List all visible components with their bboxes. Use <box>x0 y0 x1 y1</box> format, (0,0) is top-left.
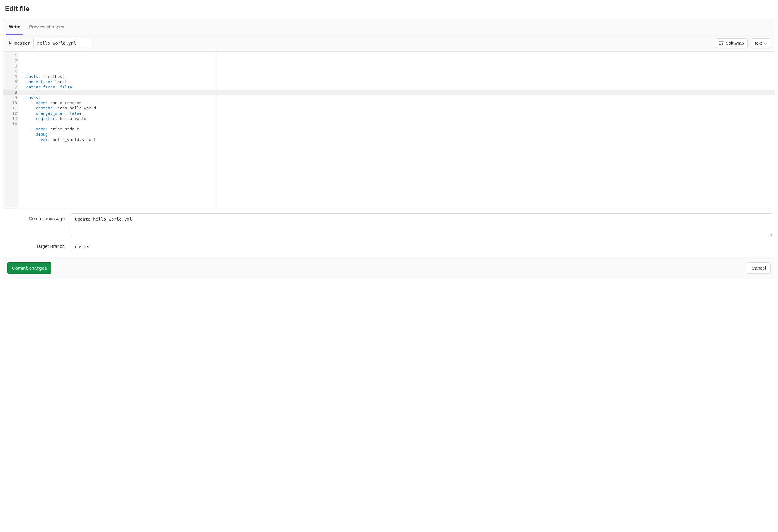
editor-toolbar: master Soft wrap text <box>3 35 775 52</box>
code-line[interactable]: debug: <box>21 132 775 137</box>
line-number: 10 <box>3 100 17 105</box>
code-line[interactable]: var: hello_world.stdout <box>21 137 775 142</box>
line-number: 13 <box>3 116 17 121</box>
branch-display: master <box>8 41 30 46</box>
line-number: 11 <box>3 105 17 111</box>
line-number: 3 <box>3 64 17 69</box>
filename-input[interactable] <box>33 38 92 49</box>
line-number: 6 <box>3 79 17 84</box>
line-number: 7 <box>3 84 17 90</box>
footer-actions: Commit changes Cancel <box>3 257 775 279</box>
resize-handle-icon[interactable] <box>768 232 772 235</box>
line-number: 14 <box>3 121 17 126</box>
chevron-down-icon <box>764 42 767 45</box>
editor-tabs: Write Preview changes <box>3 19 775 35</box>
commit-form: Commit message Target Branch <box>3 209 775 252</box>
line-number: 4 <box>3 69 17 74</box>
code-line[interactable]: changed_when: false <box>21 111 775 116</box>
line-number-gutter: 1234567891011121314 <box>3 52 19 209</box>
svg-point-0 <box>9 41 10 43</box>
code-content[interactable]: ---- hosts: localhost connection: local … <box>19 52 775 209</box>
cancel-button[interactable]: Cancel <box>747 262 771 274</box>
fold-indicator-icon[interactable] <box>15 117 18 119</box>
svg-point-2 <box>11 42 12 43</box>
line-number: 5 <box>3 74 17 79</box>
line-number: 2 <box>3 58 17 64</box>
target-branch-input[interactable] <box>71 241 772 252</box>
line-number: 1 <box>3 53 17 58</box>
fold-indicator-icon[interactable] <box>15 60 18 61</box>
editor-panel: Write Preview changes master Soft wrap <box>3 19 775 209</box>
line-number: 9 <box>3 95 17 100</box>
commit-message-label: Commit message <box>3 213 71 221</box>
code-editor[interactable]: 1234567891011121314 ---- hosts: localhos… <box>3 52 775 209</box>
code-line[interactable]: tasks: <box>21 95 775 100</box>
code-line[interactable]: gather_facts: false <box>21 84 775 90</box>
svg-point-1 <box>9 44 10 45</box>
code-line[interactable]: - name: run a command <box>21 100 775 105</box>
target-branch-label: Target Branch <box>3 241 71 249</box>
code-line[interactable]: command: echo hello world <box>21 105 775 111</box>
code-line[interactable]: - name: print stdout <box>21 126 775 132</box>
commit-message-extended[interactable] <box>265 213 772 236</box>
soft-wrap-label: Soft wrap <box>725 41 744 46</box>
code-line[interactable]: --- <box>21 69 775 74</box>
fold-indicator-icon[interactable] <box>15 86 18 87</box>
tab-preview-changes[interactable]: Preview changes <box>26 19 67 34</box>
branch-name: master <box>14 41 30 46</box>
code-line[interactable]: connection: local <box>21 79 775 84</box>
syntax-label: text <box>755 41 762 46</box>
code-line[interactable] <box>21 90 775 95</box>
code-line[interactable] <box>21 121 775 126</box>
wrap-icon <box>719 41 724 45</box>
syntax-dropdown[interactable]: text <box>751 38 771 48</box>
line-number: 8 <box>3 90 17 95</box>
commit-message-input[interactable] <box>71 213 265 236</box>
commit-changes-button[interactable]: Commit changes <box>7 262 52 274</box>
fold-indicator-icon[interactable] <box>15 80 18 82</box>
page-title: Edit file <box>3 5 775 13</box>
tab-write[interactable]: Write <box>6 19 23 34</box>
fold-indicator-icon[interactable] <box>15 112 18 113</box>
line-number: 12 <box>3 111 17 116</box>
soft-wrap-button[interactable]: Soft wrap <box>715 38 748 48</box>
code-line[interactable]: - hosts: localhost <box>21 74 775 79</box>
code-line[interactable]: register: hello_world <box>21 116 775 121</box>
branch-icon <box>8 41 13 46</box>
